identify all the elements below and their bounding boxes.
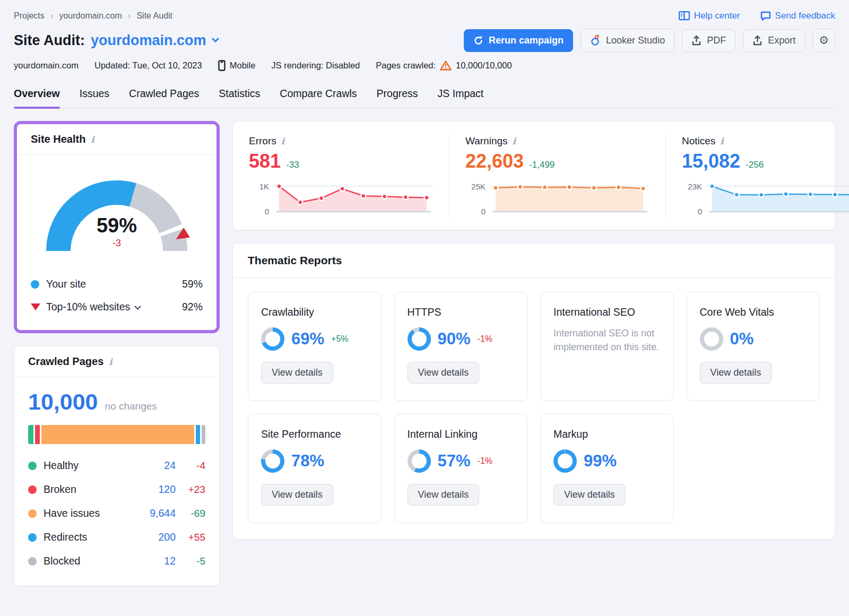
breadcrumb: Projects › yourdomain.com › Site Audit <box>14 11 172 21</box>
help-book-icon <box>679 11 690 21</box>
blocked-value[interactable]: 12 <box>141 555 176 567</box>
errors-value[interactable]: 581 <box>249 150 281 172</box>
bar-segment-healthy <box>28 425 33 444</box>
chevron-down-icon[interactable] <box>134 303 141 310</box>
legend-row-your-site: Your site 59% <box>31 273 203 296</box>
gear-icon: ⚙ <box>819 34 829 47</box>
errors-section: Errors i 581 -33 1K 0 <box>233 135 449 217</box>
info-icon[interactable]: i <box>513 136 516 146</box>
export-button[interactable]: Export <box>743 29 805 52</box>
pages-crawled-label: Pages crawled: <box>376 60 436 71</box>
right-column: Errors i 581 -33 1K 0 <box>232 121 835 540</box>
info-icon[interactable]: i <box>109 357 112 367</box>
tab-issues[interactable]: Issues <box>80 88 109 108</box>
site-performance-view-details-button[interactable]: View details <box>261 484 333 506</box>
warnings-section: Warnings i 22,603 -1,499 25K 0 <box>449 135 665 217</box>
info-icon[interactable]: i <box>91 134 94 145</box>
crawled-note: no changes <box>105 401 157 412</box>
mobile-icon <box>218 60 226 71</box>
markup-pct: 99% <box>584 452 617 471</box>
healthy-value[interactable]: 24 <box>141 459 176 472</box>
tab-compare-crawls[interactable]: Compare Crawls <box>280 88 357 108</box>
tab-statistics[interactable]: Statistics <box>219 88 260 108</box>
tab-progress[interactable]: Progress <box>377 88 418 108</box>
crawlability-donut <box>261 327 284 351</box>
axis-min-label: 0 <box>465 207 486 216</box>
pdf-button[interactable]: PDF <box>682 29 735 52</box>
red-triangle-icon <box>31 303 40 310</box>
chevron-down-icon[interactable] <box>211 35 219 42</box>
your-site-label: Your site <box>46 278 86 290</box>
notices-value[interactable]: 15,082 <box>682 150 740 172</box>
have-issues-value[interactable]: 9,644 <box>141 507 176 519</box>
core-web-vitals-view-details-button[interactable]: View details <box>700 362 772 384</box>
send-feedback-link[interactable]: Send feedback <box>760 11 835 21</box>
settings-gear-button[interactable]: ⚙ <box>812 29 835 52</box>
redirects-value[interactable]: 200 <box>141 531 176 543</box>
warnings-value[interactable]: 22,603 <box>465 150 524 172</box>
have-issues-label: Have issues <box>44 507 100 519</box>
breadcrumb-site-audit: Site Audit <box>136 11 172 21</box>
gauge-center-labels: 59% -3 <box>17 214 216 249</box>
axis-min-label: 0 <box>682 207 702 216</box>
crawlability-delta: +5% <box>331 334 348 344</box>
warnings-title-row: Warnings i <box>465 135 649 147</box>
crawled-total-row: 10,000 no changes <box>28 389 205 415</box>
campaign-selector[interactable]: yourdomain.com <box>91 32 206 49</box>
axis-max-label: 23K <box>682 182 702 191</box>
https-view-details-button[interactable]: View details <box>408 362 480 384</box>
internal-linking-pct: 57% <box>438 452 471 471</box>
crawled-pages-title: Crawled Pages <box>28 355 103 368</box>
core-web-vitals-donut <box>700 327 723 351</box>
breadcrumb-projects[interactable]: Projects <box>14 11 45 21</box>
header-links: Help center Send feedback <box>659 11 835 21</box>
red-dot-icon <box>28 485 37 494</box>
meta-updated: Updated: Tue, Oct 10, 2023 <box>94 60 202 71</box>
bar-segment-broken <box>35 425 40 444</box>
refresh-icon <box>473 36 483 46</box>
markup-title: Markup <box>553 428 661 440</box>
meta-device-label: Mobile <box>230 60 256 71</box>
warnings-sparkline: 25K 0 <box>465 180 649 217</box>
https-card: HTTPS 90% -1% View details <box>394 292 528 401</box>
rerun-campaign-button[interactable]: Rerun campaign <box>464 29 573 52</box>
looker-studio-button[interactable]: Looker Studio <box>581 29 674 52</box>
broken-label: Broken <box>44 483 76 496</box>
bar-segment-redirects <box>196 425 200 444</box>
info-icon[interactable]: i <box>720 136 723 146</box>
breadcrumb-domain[interactable]: yourdomain.com <box>59 11 122 21</box>
core-web-vitals-card: Core Web Vitals 0% View details <box>687 292 820 401</box>
tab-overview[interactable]: Overview <box>14 88 60 108</box>
meta-device: Mobile <box>218 60 256 71</box>
meta-domain: yourdomain.com <box>14 60 79 71</box>
blue-dot-icon <box>28 533 37 542</box>
orange-dot-icon <box>28 509 37 518</box>
international-seo-card: International SEO International SEO is n… <box>540 292 674 401</box>
send-feedback-label: Send feedback <box>775 11 835 21</box>
site-health-card: Site Health i 59% -3 Your site <box>17 124 216 330</box>
site-health-delta: -3 <box>17 238 216 249</box>
site-performance-card: Site Performance 78% View details <box>248 414 382 523</box>
https-delta: -1% <box>478 334 492 344</box>
upload-icon <box>691 35 701 46</box>
markup-view-details-button[interactable]: View details <box>553 484 626 506</box>
tab-js-impact[interactable]: JS Impact <box>438 88 484 108</box>
notices-section: Notices i 15,082 -256 23K 0 <box>665 135 849 217</box>
crawlability-view-details-button[interactable]: View details <box>261 362 333 384</box>
have-issues-delta: -69 <box>176 508 205 519</box>
site-health-score: 59% <box>17 214 216 237</box>
broken-value[interactable]: 120 <box>141 483 176 496</box>
crawlability-card: Crawlability 69% +5% View details <box>248 292 382 401</box>
help-center-link[interactable]: Help center <box>679 11 740 21</box>
tab-crawled-pages[interactable]: Crawled Pages <box>129 88 199 108</box>
export-label: Export <box>768 35 795 46</box>
site-performance-pct: 78% <box>291 452 324 471</box>
thematic-grid: Crawlability 69% +5% View details HTTPS … <box>233 278 835 539</box>
internal-linking-view-details-button[interactable]: View details <box>408 484 480 506</box>
markup-card: Markup 99% View details <box>540 414 674 523</box>
errors-axis-labels: 1K 0 <box>249 180 269 217</box>
blue-dot-icon <box>31 280 39 289</box>
info-icon[interactable]: i <box>281 136 284 146</box>
warnings-title: Warnings <box>465 135 508 147</box>
international-seo-title: International SEO <box>553 306 661 318</box>
